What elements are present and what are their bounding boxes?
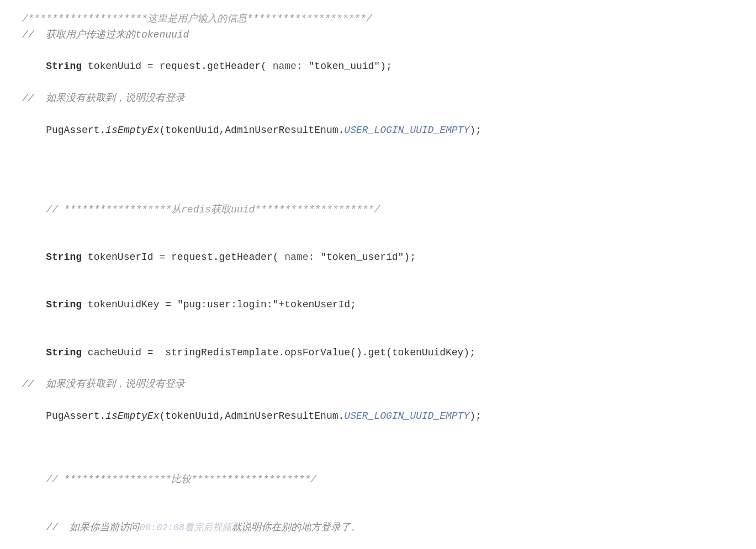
comment-text-redis: 从redis获取uuid <box>171 204 255 215</box>
type-keyword: String <box>46 61 88 72</box>
comment-compare-prefix: // ****************** <box>46 474 171 485</box>
code-line-16: // 如果你当前访问00:02:08看完后视频就说明你在别的地方登录了。 <box>22 504 734 549</box>
comment-compare-suffix: ********************/ <box>191 474 316 485</box>
string-literal2: "token_userid" <box>320 252 404 263</box>
comment-text-prefix: // ****************** <box>46 204 171 215</box>
code-text: tokenUuid = request.getHeader( <box>88 61 267 72</box>
comment-compare-text: 比较 <box>171 474 191 485</box>
code-line-11: String cacheUuid = stringRedisTemplate.o… <box>22 329 734 376</box>
pug-class2: PugAssert. <box>46 411 105 422</box>
code-text5: name: <box>279 252 321 263</box>
code-line-3: String tokenUuid = request.getHeader( na… <box>22 43 734 90</box>
code-line-8: // ******************从redis获取uuid*******… <box>22 186 734 233</box>
code-line-2: // 获取用户传递过来的tokenuuid <box>22 27 734 43</box>
type-keyword3: String <box>46 299 88 310</box>
code-line-10: String tokenUuidKey = "pug:user:login:"+… <box>22 281 734 329</box>
comment-suffix16: 就说明你在别的地方登录了。 <box>231 522 361 533</box>
pug-close2: ); <box>469 411 482 422</box>
code-line-15: // ******************比较*****************… <box>22 456 734 503</box>
type-keyword2: String <box>46 252 88 263</box>
overlay-watermark: 00:02:08看完后视频 <box>139 523 231 533</box>
code-line-4: // 如果没有获取到，说明没有登录 <box>22 90 734 106</box>
empty-line-14 <box>22 440 734 456</box>
code-line-1: /********************这里是用户输入的信息*********… <box>22 11 734 27</box>
type-keyword4: String <box>46 347 88 358</box>
code-text7: tokenUuidKey = <box>88 299 177 310</box>
code-text9: cacheUuid = stringRedisTemplate.opsForVa… <box>88 347 475 358</box>
pug-close: ); <box>469 125 482 136</box>
code-text6: ); <box>404 252 416 263</box>
string-literal3: "pug:user:login:" <box>177 299 279 310</box>
enum-value2: USER_LOGIN_UUID_EMPTY <box>344 411 469 422</box>
empty-line-7 <box>22 170 734 186</box>
pug-args: (tokenUuid,AdminUserResultEnum. <box>159 125 344 136</box>
code-text8: +tokenUserId; <box>279 299 356 310</box>
code-line-13: PugAssert.isEmptyEx(tokenUuid,AdminUserR… <box>22 392 734 440</box>
pug-method: isEmptyEx <box>105 125 159 136</box>
comment-text-suffix: ********************/ <box>255 204 380 215</box>
code-line-9: String tokenUserId = request.getHeader( … <box>22 233 734 281</box>
code-text2: name: <box>267 61 309 72</box>
code-line-12: // 如果没有获取到，说明没有登录 <box>22 376 734 392</box>
code-text3: ); <box>380 61 392 72</box>
code-text4: tokenUserId = request.getHeader( <box>88 252 279 263</box>
pug-args2: (tokenUuid,AdminUserResultEnum. <box>159 411 344 422</box>
empty-line-6 <box>22 154 734 170</box>
enum-value: USER_LOGIN_UUID_EMPTY <box>344 125 469 136</box>
code-line-5: PugAssert.isEmptyEx(tokenUuid,AdminUserR… <box>22 106 734 154</box>
pug-method2: isEmptyEx <box>105 411 159 422</box>
comment-prefix16: // 如果你当前访问 <box>46 522 139 533</box>
string-literal: "token_uuid" <box>309 61 380 72</box>
pug-class: PugAssert. <box>46 125 105 136</box>
code-container: /********************这里是用户输入的信息*********… <box>0 0 756 549</box>
